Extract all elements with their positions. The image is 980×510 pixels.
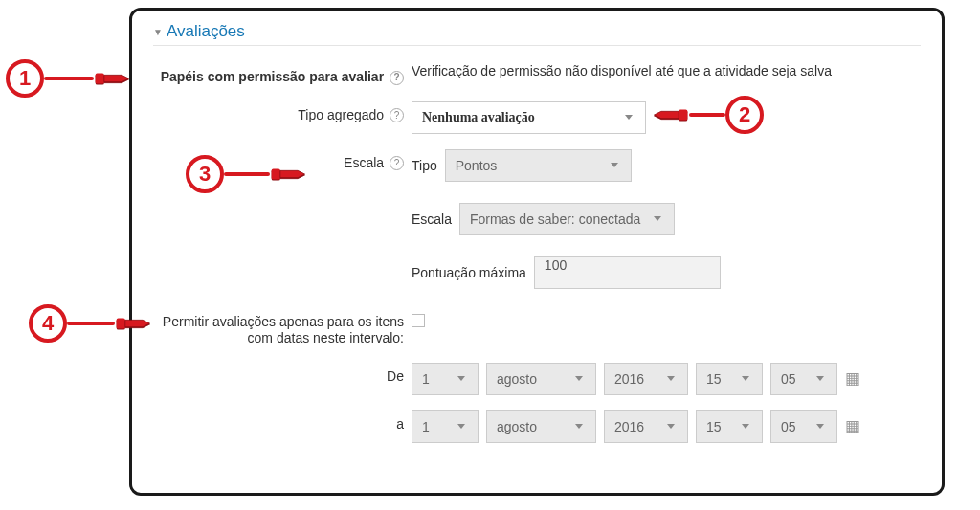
chevron-down-icon <box>660 411 681 442</box>
chevron-down-icon <box>735 411 756 442</box>
label-maxscore: Pontuação máxima <box>412 265 526 280</box>
row-roles: Papéis com permissão para avaliar ? Veri… <box>153 63 921 86</box>
aggregate-value: Nenhuma avaliação <box>422 110 535 125</box>
from-year-select[interactable]: 2016 <box>604 363 688 395</box>
label-subscale: Escala <box>412 211 452 227</box>
label-aggregate: Tipo agregado ? <box>153 101 412 124</box>
divider <box>153 45 921 46</box>
chevron-down-icon <box>451 411 472 442</box>
chevron-down-icon <box>618 102 639 133</box>
aggregate-select[interactable]: Nenhuma avaliação <box>412 101 646 134</box>
callout-number: 4 <box>29 304 67 343</box>
help-icon[interactable]: ? <box>390 108 404 122</box>
label-scale: Escala ? <box>153 149 412 172</box>
row-from: De 1 agosto 2016 15 05 ▦ <box>153 363 921 395</box>
restrict-checkbox[interactable] <box>412 314 425 327</box>
maxscore-input[interactable]: 100 <box>534 256 721 289</box>
chevron-down-icon <box>810 411 831 442</box>
section-title: Avaliações <box>167 22 245 41</box>
calendar-icon[interactable]: ▦ <box>845 416 860 436</box>
roles-text: Verificação de permissão não disponível … <box>412 63 921 78</box>
row-aggregate: Tipo agregado ? Nenhuma avaliação <box>153 101 921 134</box>
callout-1: 1 <box>6 59 132 98</box>
section-toggle[interactable]: ▼ Avaliações <box>153 22 921 41</box>
chevron-down-icon <box>568 364 590 394</box>
ratings-panel: ▼ Avaliações Papéis com permissão para a… <box>129 8 945 496</box>
scale-type-value: Pontos <box>456 158 498 173</box>
to-day-select[interactable]: 1 <box>412 410 479 443</box>
row-restrict: Permitir avaliações apenas para os itens… <box>153 314 921 347</box>
chevron-down-icon: ▼ <box>153 27 163 37</box>
chevron-down-icon <box>647 204 668 234</box>
to-hour-select[interactable]: 15 <box>696 410 763 443</box>
pointer-right-icon <box>94 68 132 89</box>
row-scale: Escala ? Tipo Pontos Escala Formas de sa… <box>153 149 921 299</box>
calendar-icon[interactable]: ▦ <box>845 368 860 388</box>
from-month-select[interactable]: agosto <box>486 363 596 395</box>
from-day-select[interactable]: 1 <box>412 363 479 395</box>
chevron-down-icon <box>660 364 681 394</box>
label-from: De <box>153 363 412 386</box>
scale-value: Formas de saber: conectada <box>470 211 640 227</box>
callout-number: 1 <box>6 59 44 98</box>
scale-type-select[interactable]: Pontos <box>445 149 632 182</box>
chevron-down-icon <box>568 411 590 442</box>
help-icon[interactable]: ? <box>390 156 404 170</box>
to-month-select[interactable]: agosto <box>486 410 596 443</box>
from-hour-select[interactable]: 15 <box>696 363 763 395</box>
chevron-down-icon <box>810 364 831 394</box>
maxscore-value: 100 <box>545 257 567 273</box>
chevron-down-icon <box>451 364 472 394</box>
from-minute-select[interactable]: 05 <box>770 363 837 395</box>
help-icon[interactable]: ? <box>390 71 404 85</box>
chevron-down-icon <box>735 364 756 394</box>
chevron-down-icon <box>604 150 625 181</box>
label-roles: Papéis com permissão para avaliar ? <box>153 63 412 86</box>
to-minute-select[interactable]: 05 <box>770 410 837 443</box>
label-to: a <box>153 410 412 433</box>
to-year-select[interactable]: 2016 <box>604 410 688 443</box>
label-restrict: Permitir avaliações apenas para os itens… <box>153 314 412 347</box>
label-subtype: Tipo <box>412 158 437 173</box>
row-to: a 1 agosto 2016 15 05 ▦ <box>153 410 921 443</box>
scale-select[interactable]: Formas de saber: conectada <box>459 203 675 235</box>
